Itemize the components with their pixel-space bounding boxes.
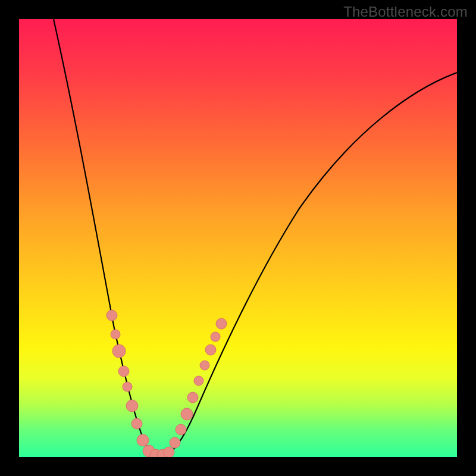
data-point <box>181 408 193 420</box>
data-point <box>170 437 180 448</box>
data-point <box>123 382 132 392</box>
data-point <box>205 345 216 355</box>
left-curve <box>54 19 156 456</box>
data-point <box>137 434 149 446</box>
data-point <box>126 400 138 412</box>
data-point <box>187 392 198 403</box>
data-point <box>118 366 129 377</box>
scatter-group <box>107 310 227 457</box>
right-curve <box>164 73 457 456</box>
data-point <box>216 318 227 329</box>
data-point <box>107 310 117 321</box>
chart-svg <box>19 19 457 457</box>
data-point <box>211 332 220 342</box>
data-point <box>131 418 142 429</box>
data-point <box>112 345 126 358</box>
data-point <box>176 424 186 435</box>
data-point <box>194 376 203 386</box>
outer-frame: TheBottleneck.com <box>0 0 476 476</box>
chart-plot-area <box>19 19 457 457</box>
watermark-text: TheBottleneck.com <box>343 4 468 20</box>
data-point <box>164 447 174 457</box>
data-point <box>111 330 120 339</box>
data-point <box>200 361 209 370</box>
